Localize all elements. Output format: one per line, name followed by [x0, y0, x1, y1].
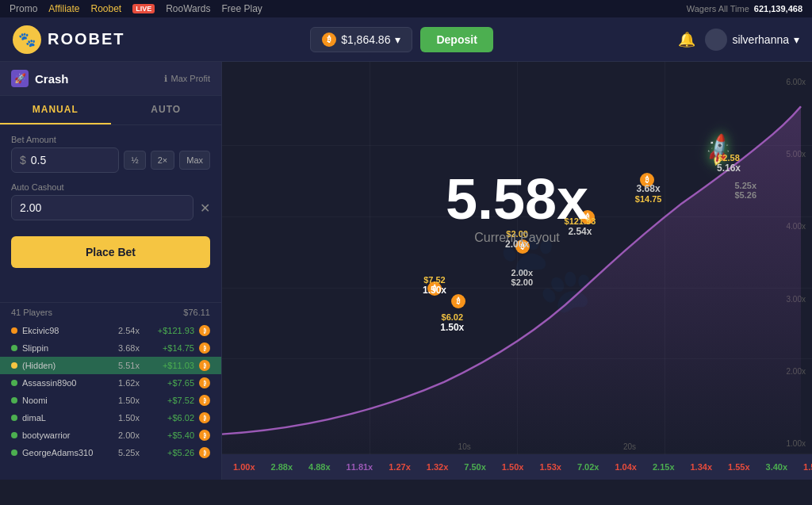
player-btc-icon: ₿ [199, 447, 210, 458]
player-win: +$11.03 [151, 361, 194, 370]
logo-icon: 🐾 [13, 25, 41, 54]
player-row: Assassin89o0 1.62x +$7.65 ₿ [0, 374, 221, 392]
wagers-display: Wagers All Time 621,139,468 [687, 4, 802, 13]
player-dot [11, 345, 17, 351]
player-row: GeorgeAdams310 5.25x +$5.26 ₿ [0, 444, 221, 461]
tabs: MANUAL AUTO [0, 96, 221, 125]
nav-affiliate[interactable]: Affiliate [48, 3, 79, 14]
max-profit[interactable]: ℹ Max Profit [164, 74, 210, 84]
mult-bar-item: 1.00x [228, 461, 260, 473]
mult-bar-item: 1.50x [497, 461, 529, 473]
nav-freeplay[interactable]: Free Play [221, 3, 262, 14]
cashout-input[interactable] [11, 195, 193, 220]
bet-amount-input-wrapper[interactable]: $ [11, 147, 119, 173]
game-header: 🚀 Crash ℹ Max Profit [0, 62, 221, 96]
mult-bar-item: 1.04x [610, 461, 642, 473]
bet-form: Bet Amount $ ½ 2× Max Auto Cashout ✕ [0, 125, 221, 302]
multiplier-bar: 1.00x2.88x4.88x11.81x1.27x1.32x7.50x1.50… [222, 454, 812, 480]
max-button[interactable]: Max [179, 151, 210, 170]
username: silverhanna [732, 33, 789, 46]
player-name: Assassin89o0 [22, 378, 113, 388]
player-btc-icon: ₿ [199, 342, 210, 354]
user-chevron: ▾ [794, 33, 799, 46]
nav-promo[interactable]: Promo [10, 3, 37, 14]
nav-roowards[interactable]: RooWards [166, 3, 210, 14]
player-btc-icon: ₿ [199, 412, 210, 423]
player-row: dimaL 1.50x +$6.02 ₿ [0, 409, 221, 427]
player-btc-icon: ₿ [199, 325, 210, 336]
player-name: Ekcivic98 [22, 326, 113, 335]
mult-bar-item: 11.81x [342, 461, 378, 473]
mult-bar-item: 3.40x [761, 461, 793, 473]
game-area: 🐾 6.00x5.00x4.00x3.00x2.00x1.00x 10s 20s… [222, 62, 812, 480]
mult-bar-item: 1.32x [422, 461, 454, 473]
player-dot [11, 415, 17, 421]
place-bet-button[interactable]: Place Bet [11, 236, 210, 268]
balance-value: $1,864.86 [341, 33, 390, 46]
balance-button[interactable]: ₿ $1,864.86 ▾ [310, 27, 412, 52]
player-row: (Hidden) 5.51x +$11.03 ₿ [0, 357, 221, 374]
mult-bar-item: 1.52x [799, 461, 812, 473]
player-mult: 1.50x [118, 413, 146, 423]
live-badge: LIVE [132, 4, 155, 13]
player-dot [11, 362, 17, 369]
cashout-label: Auto Cashout [11, 182, 210, 192]
nav-roobet[interactable]: Roobet [90, 3, 121, 14]
multiplier-label: Current Payout [446, 231, 588, 245]
mult-bar-item: 1.34x [686, 461, 718, 473]
mult-bar-item: 7.50x [459, 461, 491, 473]
clear-cashout-button[interactable]: ✕ [200, 201, 210, 216]
player-mult: 5.51x [118, 361, 146, 370]
player-name: Noomi [22, 396, 113, 405]
player-dot [11, 380, 17, 386]
mult-bar-item: 1.53x [534, 461, 566, 473]
player-dot [11, 450, 17, 456]
player-win: +$7.52 [151, 396, 194, 405]
player-dot [11, 432, 17, 438]
max-profit-label: Max Profit [170, 74, 210, 83]
btc-dot-5: ₿ [640, 173, 654, 187]
half-button[interactable]: ½ [124, 151, 145, 170]
bell-icon[interactable]: 🔔 [678, 31, 695, 48]
player-mult: 5.25x [118, 448, 146, 457]
btc-dot-2: ₿ [451, 294, 465, 308]
player-row: Noomi 1.50x +$7.52 ₿ [0, 392, 221, 409]
mult-bar-item: 2.88x [266, 461, 298, 473]
players-total: $76.11 [183, 308, 210, 317]
player-win: +$7.65 [151, 378, 194, 388]
wagers-value: 621,139,468 [754, 4, 802, 13]
mult-bar-item: 2.15x [648, 461, 680, 473]
player-dot [11, 327, 17, 334]
player-btc-icon: ₿ [199, 430, 210, 441]
bet-amount-input[interactable] [31, 154, 111, 166]
player-win: +$5.26 [151, 448, 194, 457]
logo: 🐾 ROOBET [13, 25, 125, 54]
player-mult: 1.50x [118, 396, 146, 405]
player-mult: 2.54x [118, 326, 146, 335]
player-mult: 3.68x [118, 343, 146, 353]
player-name: Slippin [22, 343, 113, 353]
top-nav-links: Promo Affiliate Roobet LIVE RooWards Fre… [10, 3, 262, 14]
logo-text: ROOBET [48, 30, 125, 48]
double-button[interactable]: 2× [151, 151, 175, 170]
player-mult: 2.00x [118, 430, 146, 440]
multiplier-value: 5.58x [446, 170, 588, 228]
player-btc-icon: ₿ [199, 395, 210, 406]
mult-bar-item: 1.27x [384, 461, 416, 473]
player-btc-icon: ₿ [199, 377, 210, 388]
player-row: Ekcivic98 2.54x +$121.93 ₿ [0, 322, 221, 339]
player-win: +$14.75 [151, 343, 194, 353]
player-name: GeorgeAdams310 [22, 448, 113, 457]
player-name: (Hidden) [22, 361, 113, 370]
player-btc-icon: ₿ [199, 360, 210, 371]
user-menu[interactable]: silverhanna ▾ [705, 29, 799, 51]
tab-manual[interactable]: MANUAL [0, 96, 111, 124]
deposit-button[interactable]: Deposit [420, 27, 492, 52]
player-win: +$6.02 [151, 413, 194, 423]
bet-amount-row: Bet Amount $ ½ 2× Max [11, 135, 210, 173]
player-row: bootywarrior 2.00x +$5.40 ₿ [0, 427, 221, 444]
sidebar: 🚀 Crash ℹ Max Profit MANUAL AUTO Bet Amo… [0, 62, 222, 480]
tab-auto[interactable]: AUTO [111, 96, 222, 124]
game-icon: 🚀 [11, 70, 29, 87]
avatar [705, 29, 727, 51]
